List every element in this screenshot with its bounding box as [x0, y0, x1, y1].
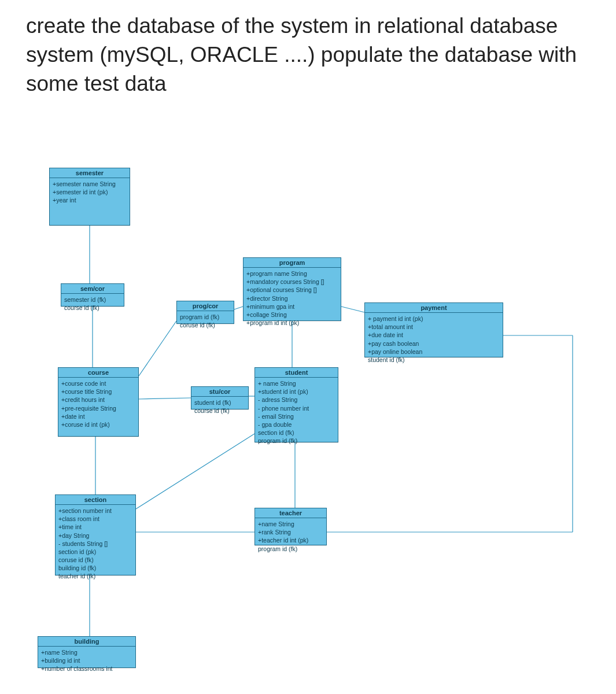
attr: - students String []	[58, 540, 132, 548]
entity-building: building +name String +building id int +…	[38, 636, 136, 668]
entity-attributes: +section number int +class room int +tim…	[56, 505, 135, 584]
attr: +pre-requisite String	[61, 404, 135, 412]
attr: building id (fk)	[58, 564, 132, 572]
attr: +course code int	[61, 379, 135, 387]
entity-sem-cor: sem/cor semester id (fk) course id (fk)	[61, 283, 124, 307]
entity-attributes: +program name String +mandatory courses …	[244, 268, 341, 330]
entity-semester: semester +semester name String +semester…	[49, 168, 130, 226]
attr: +program name String	[246, 270, 338, 278]
attr: +course title String	[61, 387, 135, 396]
entity-stu-cor: stu/cor student id (fk) course id (fk)	[191, 386, 249, 409]
attr: +director String	[246, 294, 338, 302]
entity-title: semester	[50, 168, 130, 178]
attr: +mandatory courses String []	[246, 278, 338, 286]
entity-attributes: + name String +student id int (pk) - adr…	[255, 378, 338, 448]
attr: +year int	[53, 196, 127, 204]
attr: +collage String	[246, 311, 338, 319]
entity-student: student + name String +student id int (p…	[254, 367, 338, 442]
attr: - gpa double	[258, 420, 335, 429]
entity-title: section	[56, 495, 135, 505]
attr: coruse id (fk)	[180, 321, 231, 329]
entity-title: teacher	[255, 508, 326, 518]
attr: +student id int (pk)	[258, 387, 335, 396]
attr: program id (fk)	[180, 313, 231, 321]
entity-attributes: program id (fk) coruse id (fk)	[177, 311, 234, 333]
attr: +section number int	[58, 507, 132, 515]
entity-attributes: +name String +building id int +number of…	[38, 647, 135, 677]
attr: coruse id (fk)	[58, 556, 132, 564]
attr: +pay cash boolean	[368, 339, 500, 348]
attr: +due date int	[368, 331, 500, 339]
attr: program id (fk)	[258, 437, 335, 445]
entity-title: building	[38, 637, 135, 647]
attr: course id (fk)	[64, 304, 121, 312]
entity-attributes: + payment id int (pk) +total amount int …	[365, 313, 503, 367]
attr: +minimum gpa int	[246, 302, 338, 311]
attr: +program id int (pk)	[246, 319, 338, 327]
entity-payment: payment + payment id int (pk) +total amo…	[364, 302, 503, 357]
attr: - phone number int	[258, 404, 335, 412]
attr: teacher id (fk)	[58, 572, 132, 580]
entity-title: student	[255, 368, 338, 378]
entity-attributes: +semester name String +semester id int (…	[50, 178, 130, 208]
attr: +date int	[61, 412, 135, 420]
attr: +rank String	[258, 528, 323, 536]
attr: +optional courses String []	[246, 286, 338, 294]
entity-attributes: semester id (fk) course id (fk)	[61, 294, 124, 315]
entity-attributes: +course code int +course title String +c…	[58, 378, 138, 432]
entity-title: prog/cor	[177, 301, 234, 311]
entity-course: course +course code int +course title St…	[58, 367, 139, 437]
attr: +semester id int (pk)	[53, 188, 127, 196]
entity-title: course	[58, 368, 138, 378]
entity-title: payment	[365, 303, 503, 313]
entity-program: program +program name String +mandatory …	[243, 257, 341, 321]
attr: section id (fk)	[258, 429, 335, 437]
page-heading: create the database of the system in rel…	[26, 12, 593, 98]
entity-attributes: +name String +rank String +teacher id in…	[255, 518, 326, 556]
attr: student id (fk)	[194, 398, 245, 407]
attr: course id (fk)	[194, 407, 245, 415]
attr: + name String	[258, 379, 335, 387]
attr: program id (fk)	[258, 545, 323, 553]
attr: +teacher id int (pk)	[258, 536, 323, 544]
attr: +time int	[58, 523, 132, 531]
attr: - adress String	[258, 396, 335, 404]
attr: + payment id int (pk)	[368, 315, 500, 323]
entity-attributes: student id (fk) course id (fk)	[191, 397, 248, 418]
attr: +pay online boolean	[368, 348, 500, 356]
entity-section: section +section number int +class room …	[55, 494, 136, 575]
attr: semester id (fk)	[64, 296, 121, 304]
attr: +total amount int	[368, 323, 500, 331]
attr: +class room int	[58, 515, 132, 523]
entity-teacher: teacher +name String +rank String +teach…	[254, 508, 327, 545]
entity-title: program	[244, 258, 341, 268]
attr: +coruse id int (pk)	[61, 420, 135, 429]
attr: - email String	[258, 412, 335, 420]
attr: +name String	[258, 520, 323, 528]
attr: +building id int	[41, 656, 132, 665]
attr: section id (pk)	[58, 548, 132, 556]
er-diagram: semester +semester name String +semester…	[23, 162, 602, 682]
attr: +name String	[41, 648, 132, 656]
attr: +semester name String	[53, 180, 127, 188]
attr: +credit hours int	[61, 396, 135, 404]
attr: +number of classrooms int	[41, 665, 132, 673]
attr: student id (fk)	[368, 356, 500, 364]
attr: +day String	[58, 531, 132, 540]
entity-title: stu/cor	[191, 387, 248, 397]
entity-title: sem/cor	[61, 284, 124, 294]
entity-prog-cor: prog/cor program id (fk) coruse id (fk)	[176, 301, 234, 324]
